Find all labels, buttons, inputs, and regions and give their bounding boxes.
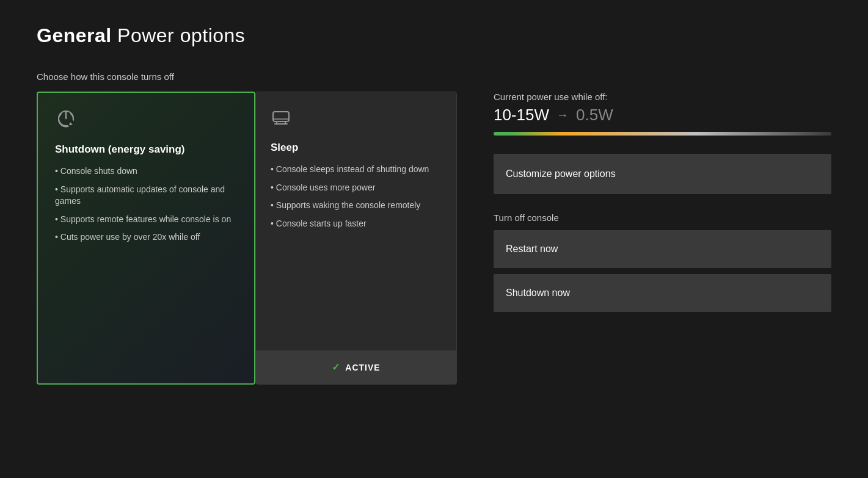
check-icon: ✓ xyxy=(332,361,340,373)
sleep-bullet-4: Console starts up faster xyxy=(271,218,442,230)
shutdown-card[interactable]: Shutdown (energy saving) Console shuts d… xyxy=(37,92,255,385)
sleep-bullet-1: Console sleeps instead of shutting down xyxy=(271,164,442,176)
shutdown-button[interactable]: Shutdown now xyxy=(494,274,831,312)
main-content: Shutdown (energy saving) Console shuts d… xyxy=(37,92,831,385)
title-bold: General xyxy=(37,24,112,46)
active-label: ACTIVE xyxy=(345,363,380,372)
page-title: General Power options xyxy=(37,24,831,47)
shutdown-bullet-4: Cuts power use by over 20x while off xyxy=(55,231,237,244)
choose-label: Choose how this console turns off xyxy=(37,71,831,82)
power-to: 0.5W xyxy=(576,106,613,125)
shutdown-card-title: Shutdown (energy saving) xyxy=(55,143,237,156)
shutdown-bullet-2: Supports automatic updates of console an… xyxy=(55,184,237,208)
sleep-bullet-3: Supports waking the console remotely xyxy=(271,200,442,212)
progress-bar-fill xyxy=(494,132,831,136)
power-values: 10-15W → 0.5W xyxy=(494,106,831,125)
svg-rect-4 xyxy=(273,112,289,121)
power-use-label: Current power use while off: xyxy=(494,92,831,102)
title-light: Power options xyxy=(112,24,246,46)
shutdown-bullet-3: Supports remote features while console i… xyxy=(55,214,237,226)
power-from: 10-15W xyxy=(494,106,549,125)
shutdown-bullet-1: Console shuts down xyxy=(55,165,237,178)
page-container: General Power options Choose how this co… xyxy=(0,0,868,409)
power-progress-bar xyxy=(494,132,831,136)
sleep-card-title: Sleep xyxy=(271,142,442,154)
right-panel: Current power use while off: 10-15W → 0.… xyxy=(494,92,831,318)
sleep-card[interactable]: Sleep Console sleeps instead of shutting… xyxy=(255,92,457,385)
shutdown-icon xyxy=(55,107,237,134)
customize-button[interactable]: Customize power options xyxy=(494,154,831,194)
turn-off-label: Turn off console xyxy=(494,212,831,223)
power-arrow: → xyxy=(556,108,569,122)
restart-button[interactable]: Restart now xyxy=(494,230,831,268)
active-bar: ✓ ACTIVE xyxy=(256,350,456,384)
sleep-bullet-2: Console uses more power xyxy=(271,182,442,194)
sleep-icon xyxy=(271,107,442,132)
power-options-cards: Shutdown (energy saving) Console shuts d… xyxy=(37,92,457,385)
